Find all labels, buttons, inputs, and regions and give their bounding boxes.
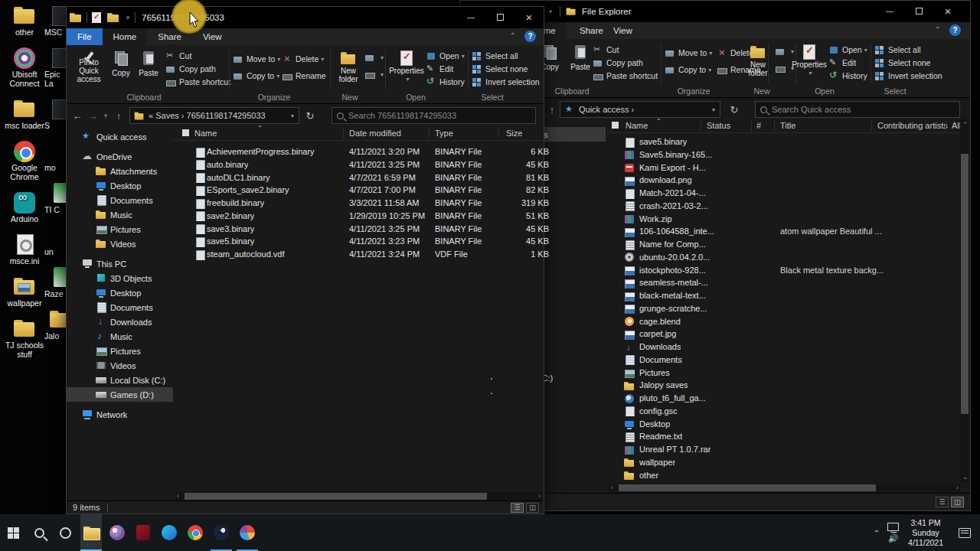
file-row[interactable]: Unreal PT 1.0.7.rar [606,444,960,457]
file-row[interactable]: Save5.binary-165... [606,149,960,162]
file-row[interactable]: seamless-metal-... [606,277,960,290]
ribbon-collapse-icon[interactable]: ⌃ [935,25,941,34]
maximize-button[interactable] [904,1,933,21]
network-icon[interactable] [887,523,899,531]
invert-selection-button[interactable]: Invert selection [472,76,540,88]
sidebar-item[interactable]: Videos [67,236,173,251]
scroll-down-icon[interactable]: ⌄ [962,473,969,481]
new-item-button[interactable] [365,51,384,64]
file-row[interactable]: Kami Export - H... [606,162,960,175]
copy-button[interactable]: Copy [108,48,134,83]
close-button[interactable] [514,7,544,27]
notification-center-button[interactable] [959,528,971,538]
sidebar-item[interactable]: Local Disk (C:) [67,373,173,387]
file-row[interactable]: save2.binary 1/29/2019 10:25 PM BINARY F… [173,210,544,223]
file-row[interactable]: istockphoto-928... Black metal texture b… [606,265,960,278]
file-row[interactable]: ESports_save2.binary 4/7/2021 7:00 PM BI… [173,184,544,197]
column-title[interactable]: Title [780,121,795,130]
help-button[interactable]: ? [524,31,536,42]
maximize-button[interactable] [485,7,514,27]
new-folder-button[interactable]: New folder [740,42,776,77]
sidebar-item[interactable]: OneDrive [67,149,173,164]
file-row[interactable]: Downloads [606,341,960,354]
pin-to-quick-access-button[interactable]: Pin to Quick access [71,48,106,83]
address-dropdown-icon[interactable]: ▾ [712,106,715,113]
minimize-button[interactable] [875,1,904,21]
minimize-button[interactable] [456,7,485,27]
qat-new-folder-icon[interactable] [107,12,119,23]
column-name[interactable]: Name [194,129,217,138]
file-row[interactable]: save5.binary 4/11/2021 3:23 PM BINARY Fi… [173,236,544,249]
cut-button[interactable]: Cut [593,44,619,56]
select-checkbox[interactable] [182,129,189,136]
sidebar-item[interactable]: Music [67,207,173,222]
file-row[interactable]: config.gsc [606,406,960,419]
scroll-right-icon[interactable]: › [538,492,541,500]
file-row[interactable]: 106-1064588_inte... atom wallpaper Beaut… [606,226,960,239]
ribbon-collapse-icon[interactable]: ⌃ [510,31,516,40]
taskbar-app-button[interactable] [106,514,128,551]
file-row[interactable]: Pictures [606,367,960,380]
edit-button[interactable]: Edit [829,57,856,69]
desktop-icon[interactable]: Google Chrome [0,140,49,181]
file-row[interactable]: crash-2021-03-2... [606,201,960,214]
invert-selection-button[interactable]: Invert selection [875,70,942,82]
tab-file[interactable]: File [67,28,103,45]
select-all-button[interactable]: Select all [472,50,518,62]
new-folder-button[interactable]: New folder [333,48,364,83]
taskbar-clock[interactable]: 3:41 PM Sunday 4/11/2021 [908,518,943,548]
help-button[interactable]: ? [949,24,961,36]
desktop-icon[interactable]: Ubisoft Connect [0,47,49,88]
back-address-bar[interactable]: Quick access › ▾ [560,101,720,118]
desktop-icon[interactable]: msce.ini [0,233,49,266]
file-row[interactable]: auto.binary 4/11/2021 3:25 PM BINARY Fil… [173,159,544,172]
front-explorer-window[interactable]: ▾ 76561198174295033 File Home Share View… [66,6,544,514]
sidebar-item[interactable]: Desktop [67,285,173,300]
column-status[interactable]: Status [707,121,730,130]
file-row[interactable]: AchievementProgress.binary 4/11/2021 3:2… [173,146,544,159]
back-button[interactable]: ← [70,110,85,122]
file-row[interactable]: wallpaper [606,457,960,470]
column-date-modified[interactable]: Date modified [349,129,401,138]
file-row[interactable]: Jalopy saves [606,380,960,393]
easy-access-button[interactable] [365,68,384,80]
sidebar-item[interactable]: Pictures [67,222,173,236]
front-search-input[interactable] [348,111,535,120]
paste-shortcut-button[interactable]: Paste shortcut [593,70,658,82]
select-all-button[interactable]: Select all [875,44,921,56]
back-horizontal-scrollbar[interactable]: ‹ › [609,484,960,492]
close-button[interactable] [933,1,962,21]
paste-button[interactable]: Paste [136,48,162,83]
file-row[interactable]: cage.blend [606,316,960,329]
open-button[interactable]: Open [426,50,465,62]
taskbar-app-button[interactable] [132,514,154,551]
desktop-icon[interactable]: Arduino [0,191,49,223]
file-row[interactable]: black-metal-text... [606,290,960,303]
sidebar-item[interactable]: This PC [67,256,173,271]
front-address-bar[interactable]: « Saves › 76561198174295033 ▾ [129,107,299,124]
qat-dropdown-icon[interactable]: ▾ [122,14,133,21]
back-search-input[interactable] [772,105,959,114]
details-view-button[interactable]: ☰ [936,497,949,507]
desktop-icon[interactable]: msc loader [0,98,49,130]
refresh-button[interactable]: ↻ [727,104,742,116]
tray-chevron-icon[interactable]: ⌃ [874,529,880,537]
up-button[interactable]: ↑ [544,104,560,116]
cortana-button[interactable] [52,514,78,551]
column-size[interactable]: Size [506,129,522,138]
sidebar-item[interactable]: Network [67,407,173,422]
front-search-box[interactable] [332,107,536,124]
volume-icon[interactable]: 🔊 [888,533,899,543]
column-name[interactable]: Name [626,121,648,130]
file-row[interactable]: carpet.jpg [606,328,960,341]
file-row[interactable]: download.png [606,174,960,187]
sidebar-item[interactable]: Pictures [67,344,173,358]
column-number[interactable]: # [756,121,761,130]
start-button[interactable] [0,514,26,551]
file-row[interactable]: other [606,470,960,483]
cut-button[interactable]: Cut [166,50,191,62]
front-titlebar[interactable]: ▾ 76561198174295033 [67,7,544,28]
sidebar-item[interactable]: 3D Objects [67,271,173,285]
file-row[interactable]: pluto_t6_full_ga... [606,393,960,406]
up-button[interactable]: ↑ [111,110,126,122]
